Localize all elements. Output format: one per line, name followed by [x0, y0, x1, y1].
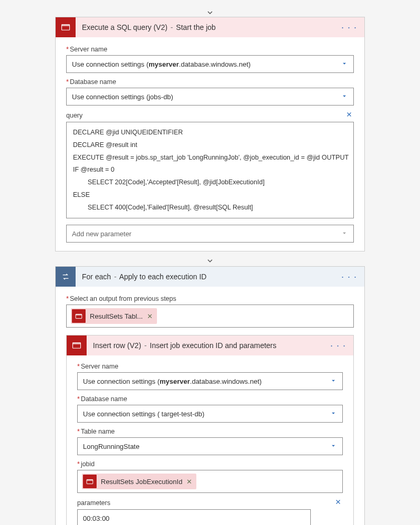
table-name-select[interactable]: LongRunningState [77, 437, 343, 455]
sql-icon [56, 17, 76, 37]
table-name-value: LongRunningState [83, 443, 330, 450]
server-name-label: *Server name [77, 363, 343, 370]
step-title: Insert row (V2) - Insert job execution I… [87, 341, 328, 350]
query-clear-button[interactable] [344, 111, 354, 120]
parameters-clear-button[interactable] [333, 498, 343, 507]
svg-rect-3 [76, 314, 82, 315]
token-remove-button[interactable]: ✕ [186, 478, 192, 486]
insert-row-step-card: Insert row (V2) - Insert job execution I… [66, 335, 354, 525]
step-title: Execute a SQL query (V2) - Start the job [76, 23, 339, 32]
step-menu-button[interactable]: · · · [339, 271, 359, 282]
svg-rect-5 [73, 343, 81, 344]
parameters-label-row: parameters [77, 498, 343, 507]
step-menu-button[interactable]: · · · [328, 340, 348, 351]
jobid-input[interactable]: ResultSets JobExecutionId ✕ [77, 470, 343, 493]
database-name-label: *Database name [77, 395, 343, 403]
svg-rect-7 [87, 479, 93, 480]
sql-icon [67, 335, 87, 355]
database-name-select[interactable]: Use connection settings ( target-test-db… [77, 405, 343, 423]
server-name-value: Use connection settings (myserver.databa… [72, 60, 341, 68]
connector-arrow [55, 251, 365, 266]
sql-icon [72, 309, 86, 323]
chevron-down-icon [341, 92, 348, 101]
server-name-select[interactable]: Use connection settings (myserver.databa… [77, 372, 343, 390]
database-name-value: Use connection settings (jobs-db) [72, 93, 341, 101]
step-title: For each - Apply to each execution ID [76, 272, 339, 281]
sql-icon [83, 475, 97, 488]
select-output-label: *Select an output from previous steps [66, 295, 354, 302]
parameters-label: parameters [77, 499, 110, 507]
add-parameter-select[interactable]: Add new parameter [66, 225, 354, 243]
token-pill-job-execution-id[interactable]: ResultSets JobExecutionId ✕ [82, 474, 196, 489]
foreach-icon [56, 267, 76, 287]
chevron-down-icon [330, 442, 337, 451]
connector-arrow [55, 5, 365, 17]
step-menu-button[interactable]: · · · [339, 22, 359, 33]
select-output-input[interactable]: ResultSets Tabl... ✕ [66, 304, 354, 328]
token-remove-button[interactable]: ✕ [147, 312, 153, 320]
sql-query-step-header[interactable]: Execute a SQL query (V2) - Start the job… [56, 17, 364, 37]
for-each-step-card: For each - Apply to each execution ID · … [55, 266, 365, 525]
svg-rect-1 [62, 25, 70, 26]
database-name-select[interactable]: Use connection settings (jobs-db) [66, 88, 354, 106]
chevron-down-icon [330, 377, 337, 386]
database-name-label: *Database name [66, 78, 354, 86]
chevron-down-icon [341, 60, 348, 69]
token-pill-resultsets-table[interactable]: ResultSets Tabl... ✕ [71, 308, 157, 324]
server-name-label: *Server name [66, 46, 354, 53]
server-name-value: Use connection settings (myserver.databa… [83, 377, 330, 385]
query-label: query [66, 112, 82, 119]
query-input[interactable]: DECLARE @jid UNIQUEIDENTIFIER DECLARE @r… [66, 122, 354, 218]
table-name-label: *Table name [77, 428, 343, 435]
jobid-label: *jobid [77, 460, 343, 468]
database-name-value: Use connection settings ( target-test-db… [83, 410, 330, 418]
insert-row-step-header[interactable]: Insert row (V2) - Insert job execution I… [67, 335, 353, 355]
for-each-step-header[interactable]: For each - Apply to each execution ID · … [56, 267, 364, 287]
query-label-row: query [66, 111, 354, 120]
chevron-down-icon [341, 229, 348, 238]
sql-query-step-card: Execute a SQL query (V2) - Start the job… [55, 17, 365, 251]
parameters-input[interactable]: 00:03:00 [77, 509, 311, 525]
server-name-select[interactable]: Use connection settings (myserver.databa… [66, 55, 354, 73]
chevron-down-icon [330, 410, 337, 418]
